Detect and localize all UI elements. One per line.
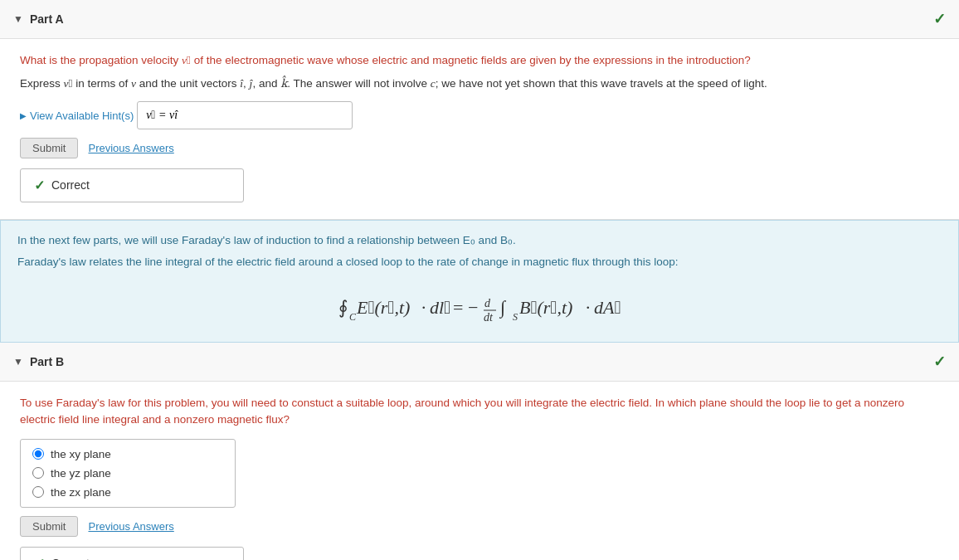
info-box: In the next few parts, we will use Farad… (0, 220, 959, 343)
chevron-down-icon: ▼ (13, 13, 23, 25)
svg-text:dl⃗: dl⃗ (430, 297, 450, 318)
svg-text:S: S (513, 311, 518, 323)
answer-input-a[interactable] (137, 101, 353, 129)
part-b-title: Part B (30, 355, 64, 368)
radio-xy-plane[interactable]: the xy plane (32, 448, 223, 460)
part-a-question: What is the propagation velocity v⃗ of t… (20, 52, 939, 69)
svg-text:E⃗(r⃗,t): E⃗(r⃗,t) (356, 297, 410, 318)
radio-label-xy: the xy plane (51, 448, 111, 460)
radio-yz-plane[interactable]: the yz plane (32, 467, 223, 480)
info-text-1: In the next few parts, we will use Farad… (17, 232, 942, 249)
radio-input-xy[interactable] (32, 448, 44, 460)
faraday-formula: ∮ C E⃗(r⃗,t) · dl⃗ = − d dt ∫ S B⃗(r⃗,t)… (17, 275, 942, 330)
part-a-check-icon: ✓ (933, 10, 946, 28)
part-a-title: Part A (30, 12, 64, 26)
previous-answers-link-a[interactable]: Previous Answers (88, 142, 173, 154)
part-a-section: ▼ Part A ✓ What is the propagation veloc… (0, 0, 959, 220)
svg-text:·: · (586, 297, 591, 318)
svg-text:= −: = − (453, 297, 478, 318)
svg-text:d: d (484, 297, 491, 309)
correct-check-icon-a: ✓ (34, 178, 45, 193)
submit-button-a[interactable]: Submit (20, 138, 78, 158)
previous-answers-link-b[interactable]: Previous Answers (88, 520, 173, 533)
radio-label-zx: the zx plane (51, 486, 111, 499)
radio-label-yz: the yz plane (51, 467, 111, 480)
math-v-vector: v⃗ (182, 54, 191, 66)
part-a-express-text: Express v⃗ in terms of v and the unit ve… (20, 75, 939, 92)
submit-row-b: Submit Previous Answers (20, 516, 939, 537)
part-b-check-icon: ✓ (933, 353, 946, 371)
chevron-down-icon-b: ▼ (13, 356, 23, 368)
part-a-header[interactable]: ▼ Part A ✓ (0, 0, 959, 39)
part-b-section: ▼ Part B ✓ To use Faraday's law for this… (0, 343, 959, 560)
part-a-header-left: ▼ Part A (13, 12, 64, 26)
correct-badge-a: ✓ Correct (20, 168, 244, 202)
correct-text-b: Correct (51, 557, 90, 560)
info-text-2: Faraday's law relates the line integral … (17, 254, 942, 270)
correct-badge-b: ✓ Correct (20, 547, 244, 561)
radio-group-b: the xy plane the yz plane the zx plane (20, 439, 236, 508)
svg-text:∫: ∫ (499, 297, 507, 319)
svg-text:B⃗(r⃗,t): B⃗(r⃗,t) (519, 297, 572, 318)
part-b-content: To use Faraday's law for this problem, y… (0, 382, 959, 560)
radio-zx-plane[interactable]: the zx plane (32, 486, 223, 499)
page-container: ▼ Part A ✓ What is the propagation veloc… (0, 0, 959, 560)
submit-button-b[interactable]: Submit (20, 516, 78, 537)
hint-link-a[interactable]: View Available Hint(s) (20, 110, 134, 122)
svg-text:dA⃗: dA⃗ (594, 297, 621, 318)
submit-row-a: Submit Previous Answers (20, 138, 939, 158)
svg-text:∮: ∮ (338, 297, 348, 318)
part-b-question: To use Faraday's law for this problem, y… (20, 395, 939, 429)
formula-svg: ∮ C E⃗(r⃗,t) · dl⃗ = − d dt ∫ S B⃗(r⃗,t)… (338, 284, 621, 327)
radio-input-yz[interactable] (32, 467, 44, 479)
svg-text:·: · (421, 297, 426, 318)
part-b-header[interactable]: ▼ Part B ✓ (0, 343, 959, 382)
correct-check-icon-b: ✓ (34, 556, 45, 561)
radio-input-zx[interactable] (32, 486, 44, 498)
part-a-content: What is the propagation velocity v⃗ of t… (0, 39, 959, 219)
part-b-header-left: ▼ Part B (13, 355, 64, 368)
svg-text:dt: dt (484, 311, 494, 324)
svg-text:C: C (349, 311, 357, 323)
correct-text-a: Correct (51, 178, 90, 192)
